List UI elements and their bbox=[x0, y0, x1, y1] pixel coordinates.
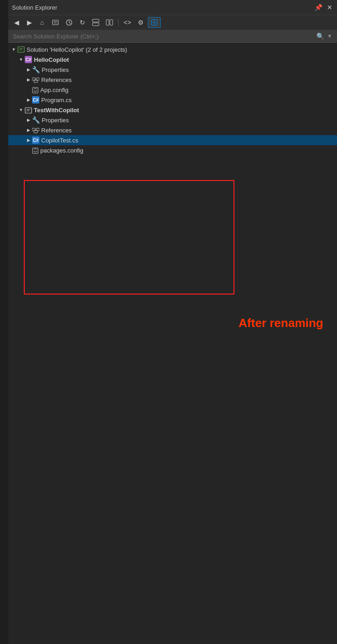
svg-rect-15 bbox=[36, 78, 39, 80]
solution-label: Solution 'HelloCopilot' (2 of 2 projects… bbox=[27, 46, 127, 53]
settings-button[interactable]: ⚙ bbox=[135, 17, 146, 28]
solution-explorer-wrapper: Solution Explorer 📌 ✕ ◀ ▶ ⌂ bbox=[0, 0, 337, 644]
svg-rect-6 bbox=[106, 20, 109, 25]
testwithcopilot-packagesconfig-item[interactable]: packages.config bbox=[8, 145, 337, 155]
testwithcopilot-references-label: References bbox=[41, 127, 71, 134]
programcs-cs-icon: C# bbox=[32, 96, 39, 104]
testwithcopilot-label: TestWithCopilot bbox=[34, 107, 79, 114]
properties-wrench-icon: 🔧 bbox=[32, 66, 40, 73]
title-text: Solution Explorer bbox=[12, 4, 57, 11]
testwithcopilot-properties-item[interactable]: 🔧 Properties bbox=[8, 115, 337, 125]
svg-rect-0 bbox=[53, 20, 58, 25]
main-panel: Solution Explorer 📌 ✕ ◀ ▶ ⌂ bbox=[8, 0, 337, 644]
properties-expand-arrow[interactable] bbox=[25, 67, 32, 72]
hellocopilot-programcs-label: Program.cs bbox=[41, 97, 71, 104]
testwithcopilot-icon bbox=[25, 106, 32, 114]
refresh-button[interactable]: ↻ bbox=[77, 17, 88, 28]
home-button[interactable]: ⌂ bbox=[37, 17, 48, 28]
appconfig-icon bbox=[32, 86, 38, 93]
left-edge-bar bbox=[0, 0, 8, 644]
testwithcopilot-copilottest-item[interactable]: C# CopilotTest.cs bbox=[8, 135, 337, 145]
hellocopilot-label: HelloCopilot bbox=[34, 56, 69, 63]
search-icon: 🔍 bbox=[316, 33, 324, 40]
hellocopilot-appconfig-label: App.config bbox=[40, 87, 68, 93]
title-bar: Solution Explorer 📌 ✕ bbox=[8, 0, 337, 15]
forward-button[interactable]: ▶ bbox=[24, 17, 35, 28]
hellocopilot-references-item[interactable]: References bbox=[8, 75, 337, 85]
solution-expand-arrow[interactable] bbox=[10, 47, 17, 52]
collapse-all-button[interactable] bbox=[90, 17, 102, 28]
pin-icon[interactable]: 📌 bbox=[314, 3, 323, 12]
packagesconfig-icon bbox=[32, 147, 38, 154]
svg-rect-4 bbox=[92, 19, 99, 22]
copilottest-arrow[interactable] bbox=[25, 138, 32, 142]
sync-view-button[interactable] bbox=[148, 17, 161, 28]
hellocopilot-properties-item[interactable]: 🔧 Properties bbox=[8, 65, 337, 75]
svg-rect-14 bbox=[32, 78, 35, 80]
project-hellocopilot-item[interactable]: C# HelloCopilot bbox=[8, 55, 337, 65]
twc-properties-arrow[interactable] bbox=[25, 118, 32, 122]
svg-rect-5 bbox=[92, 23, 99, 26]
testwithcopilot-properties-label: Properties bbox=[42, 117, 69, 124]
svg-rect-23 bbox=[34, 131, 38, 133]
testwithcopilot-copilottest-label: CopilotTest.cs bbox=[41, 137, 78, 144]
toolbar-separator bbox=[118, 19, 119, 26]
svg-rect-16 bbox=[34, 80, 38, 82]
twc-references-arrow[interactable] bbox=[25, 128, 32, 132]
solution-tree: Solution 'HelloCopilot' (2 of 2 projects… bbox=[8, 43, 337, 644]
split-view-button[interactable] bbox=[103, 17, 115, 28]
twc-properties-wrench-icon: 🔧 bbox=[32, 116, 40, 124]
search-bar: 🔍 ▼ bbox=[8, 30, 337, 43]
pending-changes-button[interactable] bbox=[49, 17, 61, 28]
title-bar-right: 📌 ✕ bbox=[314, 3, 333, 12]
twc-references-icon bbox=[32, 126, 39, 134]
testwithcopilot-references-item[interactable]: References bbox=[8, 125, 337, 135]
testwithcopilot-packagesconfig-label: packages.config bbox=[40, 147, 83, 154]
solution-icon bbox=[17, 46, 25, 53]
hellocopilot-cs-icon: C# bbox=[25, 56, 32, 63]
annotation-label: After renaming bbox=[239, 316, 323, 330]
hellocopilot-appconfig-item[interactable]: App.config bbox=[8, 85, 337, 95]
back-button[interactable]: ◀ bbox=[11, 17, 22, 28]
hellocopilot-expand-arrow[interactable] bbox=[17, 57, 25, 62]
programcs-expand-arrow[interactable] bbox=[25, 98, 32, 102]
svg-rect-11 bbox=[18, 47, 24, 52]
project-testwithcopilot-item[interactable]: TestWithCopilot bbox=[8, 105, 337, 115]
svg-rect-22 bbox=[36, 128, 39, 131]
search-options-icon[interactable]: ▼ bbox=[327, 33, 332, 39]
hellocopilot-references-label: References bbox=[41, 76, 71, 83]
svg-rect-7 bbox=[110, 20, 113, 25]
svg-rect-18 bbox=[25, 108, 32, 113]
history-button[interactable] bbox=[63, 17, 75, 28]
references-icon bbox=[32, 76, 39, 83]
hellocopilot-properties-label: Properties bbox=[42, 66, 69, 73]
toolbar: ◀ ▶ ⌂ ↻ bbox=[8, 15, 337, 30]
copilottest-cs-icon: C# bbox=[32, 136, 39, 144]
references-expand-arrow[interactable] bbox=[25, 77, 32, 82]
hellocopilot-programcs-item[interactable]: C# Program.cs bbox=[8, 95, 337, 105]
svg-rect-21 bbox=[32, 128, 35, 131]
testwithcopilot-expand-arrow[interactable] bbox=[17, 108, 25, 112]
code-view-button[interactable]: <> bbox=[121, 17, 133, 28]
title-bar-left: Solution Explorer bbox=[12, 4, 57, 11]
solution-root-item[interactable]: Solution 'HelloCopilot' (2 of 2 projects… bbox=[8, 44, 337, 55]
search-input[interactable] bbox=[13, 33, 314, 40]
close-icon[interactable]: ✕ bbox=[326, 3, 333, 12]
